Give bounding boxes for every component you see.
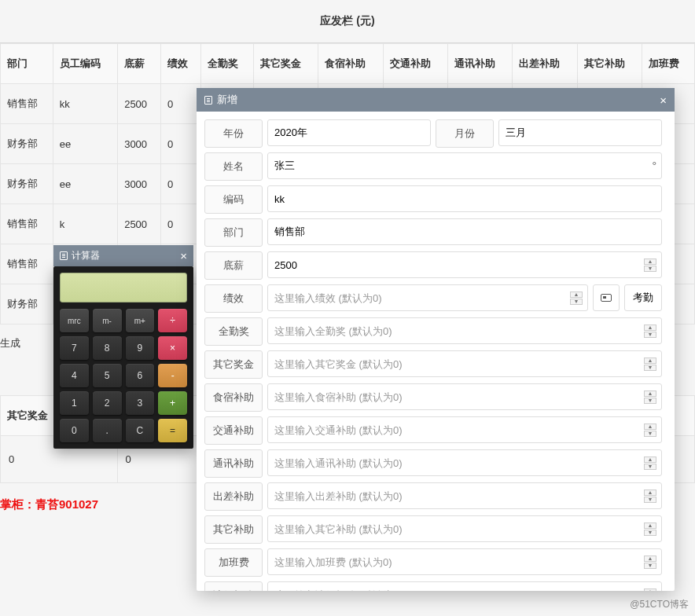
perf-label: 绩效: [204, 284, 263, 313]
year-input[interactable]: [273, 121, 425, 145]
column-header: 交通补助: [383, 44, 447, 84]
calc-key-0[interactable]: 0: [60, 419, 89, 442]
calc-key-=[interactable]: =: [158, 419, 187, 442]
calc-key-c[interactable]: C: [126, 419, 155, 442]
table-cell: ee: [53, 124, 117, 164]
calc-key-4[interactable]: 4: [60, 364, 89, 387]
modal-titlebar[interactable]: 新增 ×: [197, 88, 675, 112]
spinner-icon[interactable]: ▲▼: [644, 390, 656, 404]
card-button[interactable]: [593, 284, 620, 311]
code-input[interactable]: [273, 187, 656, 211]
calc-key-mrc[interactable]: mrc: [60, 309, 89, 332]
spinner-icon[interactable]: ▲▼: [644, 588, 656, 592]
calc-key-m-[interactable]: m-: [93, 309, 122, 332]
calc-key--[interactable]: -: [158, 364, 187, 387]
table-cell: 2500: [118, 204, 161, 244]
calc-key-+[interactable]: +: [158, 391, 187, 415]
spinner-icon[interactable]: ▲▼: [644, 490, 656, 503]
trip-input[interactable]: [273, 484, 644, 508]
traffic-label: 交通补助: [204, 416, 263, 445]
comm-field[interactable]: ▲▼: [267, 449, 662, 476]
name-field[interactable]: °: [267, 152, 662, 179]
other-field[interactable]: ▲▼: [267, 515, 662, 542]
name-label: 姓名: [204, 152, 263, 181]
calculator-display: [60, 273, 187, 302]
comm-label: 通讯补助: [204, 449, 263, 478]
section-title: 应发栏 (元): [0, 0, 695, 43]
full-field[interactable]: ▲▼: [267, 317, 662, 344]
other-label: 其它补助: [204, 515, 263, 544]
table-cell: 财务部: [1, 124, 53, 164]
table-cell: 3000: [118, 124, 161, 164]
spinner-icon[interactable]: ▲▼: [644, 424, 656, 437]
ot-input[interactable]: [273, 550, 644, 574]
calc-key-2[interactable]: 2: [93, 391, 122, 415]
spinner-icon[interactable]: ▲▼: [644, 556, 656, 569]
food-input[interactable]: [273, 385, 644, 409]
spinner-icon[interactable]: ▲▼: [570, 292, 583, 305]
calc-key-×[interactable]: ×: [158, 336, 187, 360]
base-field[interactable]: ▲▼: [267, 251, 662, 278]
traffic-input[interactable]: [273, 418, 644, 442]
trip-field[interactable]: ▲▼: [267, 482, 662, 509]
dept-field[interactable]: [267, 218, 662, 245]
food-label: 食宿补助: [204, 383, 263, 412]
spinner-icon[interactable]: ▲▼: [644, 324, 656, 338]
document-icon: [204, 96, 212, 104]
person-icon[interactable]: °: [652, 160, 656, 172]
bonus-label: 其它奖金: [204, 350, 263, 379]
perf-field[interactable]: ▲▼: [267, 284, 588, 311]
calc-key-÷[interactable]: ÷: [158, 309, 187, 332]
month-input[interactable]: [504, 121, 656, 145]
spinner-icon[interactable]: ▲▼: [644, 522, 656, 536]
calc-key-9[interactable]: 9: [126, 336, 155, 360]
perf-input[interactable]: [273, 286, 570, 310]
column-header: 员工编码: [53, 44, 117, 84]
table-cell: 销售部: [1, 244, 53, 284]
column-header: 全勤奖: [201, 44, 254, 84]
code-label: 编码: [204, 185, 263, 214]
calc-key-m+[interactable]: m+: [126, 309, 155, 332]
attendance-button[interactable]: 考勤: [624, 284, 662, 311]
calc-key-3[interactable]: 3: [126, 391, 155, 415]
column-header: 底薪: [118, 44, 161, 84]
table-cell: 销售部: [1, 204, 53, 244]
calculator-titlebar[interactable]: 计算器 ×: [53, 245, 193, 266]
modal-close-icon[interactable]: ×: [660, 94, 667, 107]
calc-key-8[interactable]: 8: [93, 336, 122, 360]
column-header: 其它奖金: [254, 44, 318, 84]
calc-key-7[interactable]: 7: [60, 336, 89, 360]
other-input[interactable]: [273, 517, 644, 541]
calculator-close-icon[interactable]: ×: [180, 249, 187, 262]
base-input[interactable]: [273, 253, 644, 277]
bonus-input[interactable]: [273, 352, 644, 376]
calc-key-6[interactable]: 6: [126, 364, 155, 387]
comm-input[interactable]: [273, 451, 644, 475]
table-cell: 销售部: [1, 84, 53, 124]
table-cell: 2500: [118, 84, 161, 124]
bonus-field[interactable]: ▲▼: [267, 350, 662, 377]
dept-input[interactable]: [273, 220, 656, 244]
column-header: 通讯补助: [448, 44, 513, 84]
full-input[interactable]: [273, 319, 644, 343]
leave-input[interactable]: [273, 583, 644, 592]
spinner-icon[interactable]: ▲▼: [644, 258, 656, 272]
spinner-icon[interactable]: ▲▼: [644, 358, 656, 371]
food-field[interactable]: ▲▼: [267, 383, 662, 410]
month-field[interactable]: [498, 119, 662, 146]
column-header: 加班费: [642, 44, 695, 84]
calc-key-5[interactable]: 5: [93, 364, 122, 387]
modal-title: 新增: [217, 93, 237, 107]
year-field[interactable]: [267, 119, 431, 146]
ot-field[interactable]: ▲▼: [267, 548, 662, 575]
traffic-field[interactable]: ▲▼: [267, 416, 662, 443]
name-input[interactable]: [273, 154, 652, 178]
code-field[interactable]: [267, 185, 662, 212]
calc-key-1[interactable]: 1: [60, 391, 89, 415]
table-cell: 0: [160, 124, 200, 164]
spinner-icon[interactable]: ▲▼: [644, 456, 656, 470]
leave-field[interactable]: ▲▼: [267, 581, 662, 591]
calc-key-.[interactable]: .: [93, 419, 122, 442]
column-header: 出差补助: [513, 44, 577, 84]
generate-button[interactable]: 生成: [0, 329, 46, 358]
